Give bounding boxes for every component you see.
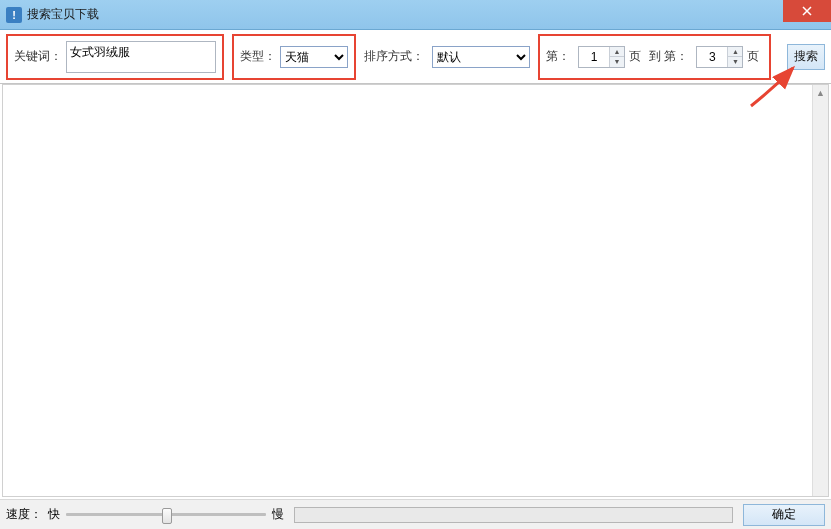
search-button[interactable]: 搜索 (787, 44, 825, 70)
close-button[interactable] (783, 0, 831, 22)
page-from-spinner[interactable]: ▲ ▼ (578, 46, 625, 68)
sort-group: 排序方式： 默认 (364, 46, 530, 68)
scroll-up-icon[interactable]: ▲ (813, 85, 828, 101)
progress-bar (294, 507, 733, 523)
vertical-scrollbar[interactable]: ▲ (812, 85, 828, 496)
footer: 速度： 快 慢 确定 (0, 499, 831, 529)
keyword-input[interactable] (66, 41, 216, 73)
results-area: ▲ (2, 84, 829, 497)
type-label: 类型： (240, 48, 276, 65)
page-unit1: 页 (629, 48, 641, 65)
app-icon: ! (6, 7, 22, 23)
window-title: 搜索宝贝下载 (27, 6, 99, 23)
speed-slider[interactable] (66, 513, 266, 516)
page-range-group: 第： ▲ ▼ 页 到 第： ▲ ▼ 页 (538, 34, 771, 80)
page-from-input[interactable] (579, 47, 609, 67)
slow-label: 慢 (272, 506, 284, 523)
page-to-input[interactable] (697, 47, 727, 67)
page-to-label: 到 第： (649, 48, 688, 65)
page-unit2: 页 (747, 48, 759, 65)
sort-label: 排序方式： (364, 48, 424, 65)
ok-button[interactable]: 确定 (743, 504, 825, 526)
type-select[interactable]: 天猫 (280, 46, 348, 68)
slider-thumb[interactable] (162, 508, 172, 524)
speed-label: 速度： (6, 506, 42, 523)
speed-control: 速度： 快 慢 (6, 506, 284, 523)
page-to-spinner[interactable]: ▲ ▼ (696, 46, 743, 68)
page-to-down[interactable]: ▼ (728, 57, 742, 67)
page-from-up[interactable]: ▲ (610, 47, 624, 57)
keyword-group: 关键词： (6, 34, 224, 80)
toolbar: 关键词： 类型： 天猫 排序方式： 默认 第： ▲ ▼ 页 到 第： ▲ ▼ (0, 30, 831, 84)
close-icon (802, 6, 812, 16)
type-group: 类型： 天猫 (232, 34, 356, 80)
sort-select[interactable]: 默认 (432, 46, 530, 68)
titlebar: ! 搜索宝贝下载 (0, 0, 831, 30)
keyword-label: 关键词： (14, 48, 62, 65)
page-from-prefix: 第： (546, 48, 570, 65)
page-to-up[interactable]: ▲ (728, 47, 742, 57)
fast-label: 快 (48, 506, 60, 523)
page-from-down[interactable]: ▼ (610, 57, 624, 67)
